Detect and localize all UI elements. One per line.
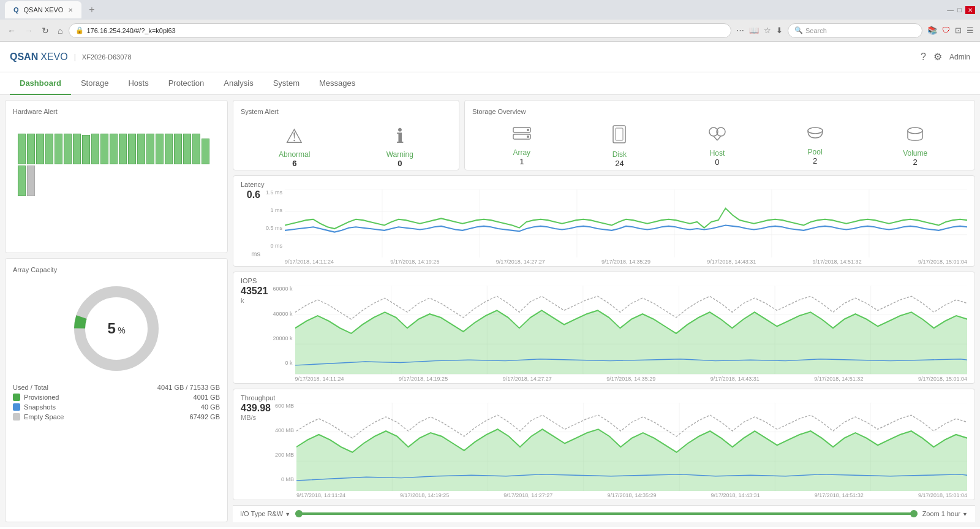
new-tab-icon[interactable]: +	[86, 4, 97, 15]
iops-unit: k	[241, 297, 268, 304]
iops-x-axis: 9/17/2018, 14:11:24 9/17/2018, 14:19:25 …	[295, 376, 968, 382]
nav-item-hosts[interactable]: Hosts	[118, 72, 158, 95]
pool-count: 2	[807, 156, 824, 166]
window-controls: — □ ✕	[947, 6, 975, 14]
svg-rect-7	[616, 128, 623, 140]
legend-left-empty: Empty Space	[13, 413, 64, 421]
iops-chart-card: IOPS 43521 k 60000 k 40000 k 20000 k	[233, 272, 975, 383]
system-alert-card: System Alert ⚠ Abnormal 6 ℹ Warning 0	[233, 100, 459, 170]
hw-bar	[192, 134, 200, 164]
more-icon[interactable]: ⋯	[735, 25, 745, 36]
app-logo: QSAN XEVO | XF2026-D63078	[10, 51, 132, 63]
nav-item-dashboard[interactable]: Dashboard	[10, 72, 71, 95]
storage-item-disk[interactable]: Disk 24	[611, 124, 628, 168]
settings-icon[interactable]: ⚙	[933, 51, 942, 63]
legend-dot-provisioned	[13, 394, 20, 401]
hw-bar	[183, 134, 191, 164]
refresh-btn[interactable]: ↻	[39, 25, 51, 37]
tab-close-icon[interactable]: ✕	[68, 7, 73, 13]
pool-icon	[807, 127, 824, 145]
reader-icon[interactable]: 📖	[748, 25, 760, 36]
menu-icon[interactable]: ☰	[965, 25, 975, 36]
right-panel: System Alert ⚠ Abnormal 6 ℹ Warning 0	[233, 95, 980, 527]
latency-y3: 1.5 ms	[265, 189, 282, 196]
nav-item-storage[interactable]: Storage	[71, 72, 119, 95]
tab-title: QSAN XEVO	[24, 6, 64, 13]
iops-y2: 40000 k	[271, 311, 293, 317]
legend-header-value: 4041 GB / 71533 GB	[157, 384, 220, 391]
bookmarks-icon[interactable]: 📚	[926, 25, 938, 36]
address-bar[interactable]: 🔒 176.16.254.240/#/?_k=k0pl63	[69, 23, 731, 38]
io-type-label[interactable]: I/O Type R&W ▼	[240, 510, 290, 517]
home-btn[interactable]: ⌂	[55, 25, 65, 37]
donut-percentage: 5	[107, 320, 115, 337]
legend-header: Used / Total 4041 GB / 71533 GB	[13, 384, 220, 391]
hardware-alert-title: Hardware Alert	[13, 108, 220, 115]
maximize-btn[interactable]: □	[957, 6, 962, 13]
storage-item-host[interactable]: Host 0	[707, 126, 727, 167]
alert-item-warning[interactable]: ℹ Warning 0	[386, 124, 413, 168]
legend-item-empty: Empty Space 67492 GB	[13, 413, 220, 421]
browser-right-icons: 📚 🛡 ⊡ ☰	[926, 25, 975, 36]
minimize-btn[interactable]: —	[947, 6, 954, 13]
back-btn[interactable]: ←	[5, 25, 18, 37]
hw-bar	[91, 134, 99, 164]
iops-header: IOPS	[241, 277, 967, 284]
search-icon: 🔍	[794, 26, 803, 34]
slider-left-handle[interactable]	[295, 510, 303, 517]
hw-bar	[156, 134, 164, 164]
throughput-unit: MB/s	[241, 414, 271, 421]
hw-bar	[27, 134, 35, 164]
svg-point-12	[808, 127, 823, 134]
array-capacity-card: Array Capacity	[5, 258, 228, 522]
hw-bar	[45, 134, 53, 164]
throughput-svg	[296, 403, 967, 491]
hw-bar	[18, 166, 26, 196]
latency-y1: 0.5 ms	[265, 225, 282, 231]
zoom-label[interactable]: Zoom 1 hour ▼	[922, 510, 968, 517]
app-header: QSAN XEVO | XF2026-D63078 ? ⚙ Admin	[0, 42, 980, 72]
legend-value-provisioned: 4001 GB	[194, 394, 220, 401]
host-icon	[707, 126, 727, 147]
help-icon[interactable]: ?	[921, 51, 926, 63]
search-bar[interactable]: 🔍 Search	[788, 23, 922, 38]
abnormal-count: 6	[279, 159, 310, 168]
bottom-slider[interactable]	[295, 512, 918, 515]
zoom-dropdown-icon: ▼	[962, 511, 968, 517]
nav-item-analysis[interactable]: Analysis	[214, 72, 263, 95]
shield-icon[interactable]: 🛡	[941, 25, 951, 36]
left-panel: Hardware Alert	[0, 95, 233, 527]
legend-item-snapshots: Snapshots 40 GB	[13, 403, 220, 411]
download-icon[interactable]: ⬇	[775, 25, 784, 36]
logo-product: XEVO	[40, 51, 67, 63]
storage-item-array[interactable]: Array 1	[512, 126, 532, 166]
alert-item-abnormal[interactable]: ⚠ Abnormal 6	[279, 124, 310, 168]
latency-y2: 1 ms	[265, 207, 282, 213]
disk-label: Disk	[611, 150, 628, 159]
lock-icon: 🔒	[75, 26, 84, 34]
legend-header-label: Used / Total	[13, 384, 48, 391]
warning-label: Warning	[386, 150, 413, 159]
sync-icon[interactable]: ⊡	[954, 25, 963, 36]
forward-btn[interactable]: →	[22, 25, 36, 37]
bookmark-icon[interactable]: ☆	[763, 25, 772, 36]
throughput-value: 439.98	[241, 403, 271, 414]
browser-tab[interactable]: Q QSAN XEVO ✕	[5, 1, 81, 18]
logo-serial: XF2026-D63078	[82, 53, 132, 61]
close-btn[interactable]: ✕	[965, 6, 975, 14]
nav-item-system[interactable]: System	[263, 72, 309, 95]
storage-item-pool[interactable]: Pool 2	[807, 127, 824, 166]
search-placeholder: Search	[805, 27, 827, 34]
tab-favicon: Q	[13, 6, 19, 13]
admin-label[interactable]: Admin	[949, 53, 970, 61]
throughput-x-axis: 9/17/2018, 14:11:24 9/17/2018, 14:19:25 …	[296, 492, 967, 498]
top-row: System Alert ⚠ Abnormal 6 ℹ Warning 0	[233, 100, 975, 170]
storage-item-volume[interactable]: Volume 2	[903, 126, 927, 167]
nav-item-protection[interactable]: Protection	[159, 72, 214, 95]
dashboard: Hardware Alert	[0, 95, 980, 527]
svg-line-10	[714, 136, 717, 140]
slider-right-handle[interactable]	[910, 510, 918, 517]
latency-title: Latency	[241, 181, 265, 188]
nav-item-messages[interactable]: Messages	[309, 72, 365, 95]
abnormal-label: Abnormal	[279, 150, 310, 159]
